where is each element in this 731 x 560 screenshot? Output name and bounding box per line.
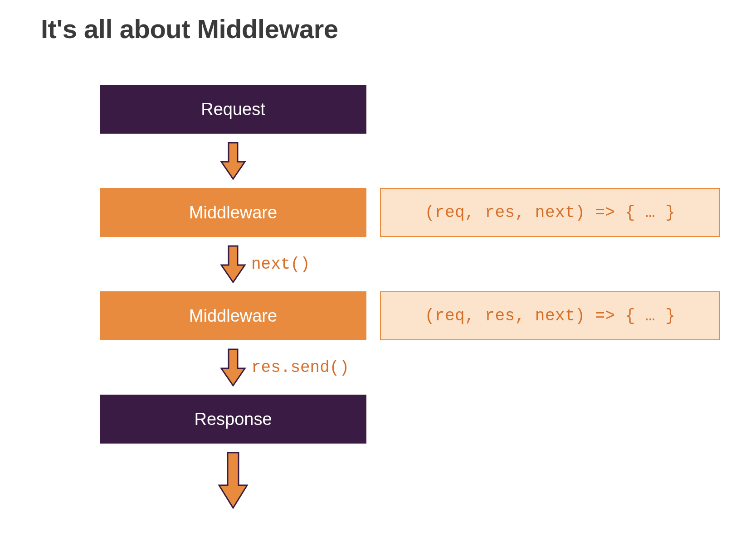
arrow-3: res.send() — [100, 340, 366, 395]
arrow-down-icon — [220, 142, 246, 180]
request-box: Request — [100, 85, 366, 134]
arrow-1 — [100, 134, 366, 188]
middleware-box-2: Middleware — [100, 291, 366, 340]
middleware-code-2: (req, res, next) => { … } — [380, 291, 720, 340]
middleware-code-1: (req, res, next) => { … } — [380, 188, 720, 237]
arrow-3-label: res.send() — [251, 358, 349, 377]
middleware-flow-diagram: Request Middleware (req, res, next) => {… — [41, 85, 690, 517]
arrow-4 — [100, 444, 366, 517]
arrow-2-label: next() — [251, 255, 310, 274]
arrow-2: next() — [100, 237, 366, 291]
middleware-box-1: Middleware — [100, 188, 366, 237]
response-box: Response — [100, 395, 366, 444]
page-title: It's all about Middleware — [41, 14, 690, 44]
arrow-down-icon — [220, 348, 246, 386]
arrow-down-icon — [220, 245, 246, 283]
arrow-down-icon — [218, 452, 248, 509]
